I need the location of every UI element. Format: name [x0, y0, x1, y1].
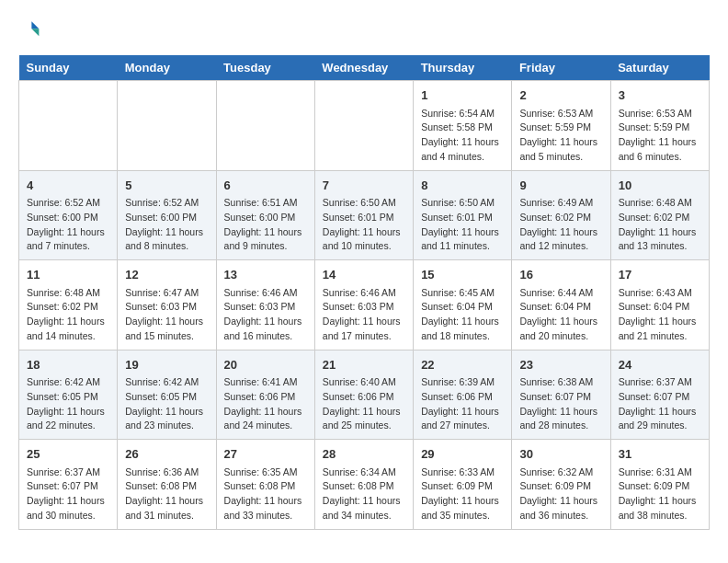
calendar-cell: 22Sunrise: 6:39 AM Sunset: 6:06 PM Dayli… — [414, 350, 512, 440]
day-info: Sunrise: 6:53 AM Sunset: 5:59 PM Dayligh… — [519, 107, 602, 165]
day-info: Sunrise: 6:51 AM Sunset: 6:00 PM Dayligh… — [224, 196, 307, 254]
day-info: Sunrise: 6:41 AM Sunset: 6:06 PM Dayligh… — [224, 375, 307, 433]
day-number: 28 — [323, 445, 405, 464]
calendar-cell: 17Sunrise: 6:43 AM Sunset: 6:04 PM Dayli… — [610, 260, 709, 350]
day-number: 1 — [421, 86, 504, 105]
calendar-cell: 6Sunrise: 6:51 AM Sunset: 6:00 PM Daylig… — [216, 170, 314, 260]
day-info: Sunrise: 6:53 AM Sunset: 5:59 PM Dayligh… — [619, 107, 701, 165]
calendar-week-row: 1Sunrise: 6:54 AM Sunset: 5:58 PM Daylig… — [19, 81, 710, 171]
day-info: Sunrise: 6:37 AM Sunset: 6:07 PM Dayligh… — [27, 465, 109, 523]
weekday-header: Saturday — [610, 55, 709, 81]
logo-icon — [18, 18, 40, 40]
day-number: 25 — [27, 445, 109, 464]
day-number: 11 — [27, 266, 109, 284]
calendar-cell: 5Sunrise: 6:52 AM Sunset: 6:00 PM Daylig… — [118, 170, 216, 260]
weekday-header: Thursday — [414, 55, 512, 81]
calendar-cell: 24Sunrise: 6:37 AM Sunset: 6:07 PM Dayli… — [610, 350, 709, 440]
day-info: Sunrise: 6:43 AM Sunset: 6:04 PM Dayligh… — [619, 286, 701, 344]
weekday-row: SundayMondayTuesdayWednesdayThursdayFrid… — [19, 55, 710, 81]
day-number: 8 — [421, 177, 504, 195]
day-info: Sunrise: 6:50 AM Sunset: 6:01 PM Dayligh… — [323, 196, 405, 254]
day-number: 18 — [27, 356, 109, 374]
day-info: Sunrise: 6:46 AM Sunset: 6:03 PM Dayligh… — [224, 286, 307, 344]
calendar-cell: 12Sunrise: 6:47 AM Sunset: 6:03 PM Dayli… — [118, 260, 216, 350]
calendar-week-row: 11Sunrise: 6:48 AM Sunset: 6:02 PM Dayli… — [19, 260, 710, 350]
calendar-cell: 1Sunrise: 6:54 AM Sunset: 5:58 PM Daylig… — [414, 81, 512, 171]
weekday-header: Sunday — [19, 55, 118, 81]
day-number: 16 — [519, 266, 602, 284]
day-number: 4 — [27, 177, 109, 195]
calendar-cell — [314, 81, 413, 171]
calendar-week-row: 25Sunrise: 6:37 AM Sunset: 6:07 PM Dayli… — [19, 440, 710, 530]
day-number: 19 — [125, 356, 208, 374]
weekday-header: Monday — [118, 55, 216, 81]
day-number: 23 — [519, 356, 602, 374]
day-info: Sunrise: 6:48 AM Sunset: 6:02 PM Dayligh… — [27, 286, 109, 344]
day-number: 21 — [323, 356, 405, 374]
calendar-cell — [216, 81, 314, 171]
calendar-cell: 2Sunrise: 6:53 AM Sunset: 5:59 PM Daylig… — [512, 81, 610, 171]
calendar-cell: 10Sunrise: 6:48 AM Sunset: 6:02 PM Dayli… — [610, 170, 709, 260]
calendar-cell: 31Sunrise: 6:31 AM Sunset: 6:09 PM Dayli… — [610, 440, 709, 530]
svg-marker-1 — [31, 29, 39, 36]
calendar-cell: 27Sunrise: 6:35 AM Sunset: 6:08 PM Dayli… — [216, 440, 314, 530]
day-info: Sunrise: 6:40 AM Sunset: 6:06 PM Dayligh… — [323, 375, 405, 433]
calendar-cell: 30Sunrise: 6:32 AM Sunset: 6:09 PM Dayli… — [512, 440, 610, 530]
day-number: 15 — [421, 266, 504, 284]
day-number: 10 — [619, 177, 701, 195]
day-number: 26 — [125, 445, 208, 464]
calendar-cell: 3Sunrise: 6:53 AM Sunset: 5:59 PM Daylig… — [610, 81, 709, 171]
calendar-cell: 7Sunrise: 6:50 AM Sunset: 6:01 PM Daylig… — [314, 170, 413, 260]
day-number: 6 — [224, 177, 307, 195]
page-header — [18, 18, 710, 40]
calendar-cell: 11Sunrise: 6:48 AM Sunset: 6:02 PM Dayli… — [19, 260, 118, 350]
day-info: Sunrise: 6:54 AM Sunset: 5:58 PM Dayligh… — [421, 107, 504, 165]
calendar-cell: 21Sunrise: 6:40 AM Sunset: 6:06 PM Dayli… — [314, 350, 413, 440]
calendar-cell: 13Sunrise: 6:46 AM Sunset: 6:03 PM Dayli… — [216, 260, 314, 350]
weekday-header: Wednesday — [314, 55, 413, 81]
calendar-cell: 15Sunrise: 6:45 AM Sunset: 6:04 PM Dayli… — [414, 260, 512, 350]
day-info: Sunrise: 6:45 AM Sunset: 6:04 PM Dayligh… — [421, 286, 504, 344]
day-info: Sunrise: 6:36 AM Sunset: 6:08 PM Dayligh… — [125, 465, 208, 523]
day-number: 9 — [519, 177, 602, 195]
calendar-cell: 29Sunrise: 6:33 AM Sunset: 6:09 PM Dayli… — [414, 440, 512, 530]
day-info: Sunrise: 6:35 AM Sunset: 6:08 PM Dayligh… — [224, 465, 307, 523]
day-info: Sunrise: 6:31 AM Sunset: 6:09 PM Dayligh… — [619, 465, 701, 523]
day-info: Sunrise: 6:46 AM Sunset: 6:03 PM Dayligh… — [323, 286, 405, 344]
day-info: Sunrise: 6:47 AM Sunset: 6:03 PM Dayligh… — [125, 286, 208, 344]
day-number: 13 — [224, 266, 307, 284]
day-info: Sunrise: 6:52 AM Sunset: 6:00 PM Dayligh… — [27, 196, 109, 254]
calendar-cell: 14Sunrise: 6:46 AM Sunset: 6:03 PM Dayli… — [314, 260, 413, 350]
day-info: Sunrise: 6:37 AM Sunset: 6:07 PM Dayligh… — [619, 375, 701, 433]
calendar-cell: 16Sunrise: 6:44 AM Sunset: 6:04 PM Dayli… — [512, 260, 610, 350]
weekday-header: Tuesday — [216, 55, 314, 81]
weekday-header: Friday — [512, 55, 610, 81]
calendar-cell: 26Sunrise: 6:36 AM Sunset: 6:08 PM Dayli… — [118, 440, 216, 530]
calendar-header: SundayMondayTuesdayWednesdayThursdayFrid… — [19, 55, 710, 81]
calendar-cell: 19Sunrise: 6:42 AM Sunset: 6:05 PM Dayli… — [118, 350, 216, 440]
calendar-cell — [118, 81, 216, 171]
day-number: 12 — [125, 266, 208, 284]
day-number: 5 — [125, 177, 208, 195]
day-number: 7 — [323, 177, 405, 195]
calendar-cell — [19, 81, 118, 171]
day-info: Sunrise: 6:38 AM Sunset: 6:07 PM Dayligh… — [519, 375, 602, 433]
day-number: 31 — [619, 445, 701, 464]
day-number: 29 — [421, 445, 504, 464]
calendar-cell: 4Sunrise: 6:52 AM Sunset: 6:00 PM Daylig… — [19, 170, 118, 260]
calendar-cell: 28Sunrise: 6:34 AM Sunset: 6:08 PM Dayli… — [314, 440, 413, 530]
day-number: 30 — [519, 445, 602, 464]
day-info: Sunrise: 6:34 AM Sunset: 6:08 PM Dayligh… — [323, 465, 405, 523]
day-number: 20 — [224, 356, 307, 374]
calendar-cell: 9Sunrise: 6:49 AM Sunset: 6:02 PM Daylig… — [512, 170, 610, 260]
day-number: 14 — [323, 266, 405, 284]
day-info: Sunrise: 6:32 AM Sunset: 6:09 PM Dayligh… — [519, 465, 602, 523]
day-info: Sunrise: 6:49 AM Sunset: 6:02 PM Dayligh… — [519, 196, 602, 254]
day-number: 22 — [421, 356, 504, 374]
calendar-table: SundayMondayTuesdayWednesdayThursdayFrid… — [18, 55, 710, 530]
logo — [18, 18, 44, 40]
day-info: Sunrise: 6:42 AM Sunset: 6:05 PM Dayligh… — [125, 375, 208, 433]
day-info: Sunrise: 6:44 AM Sunset: 6:04 PM Dayligh… — [519, 286, 602, 344]
calendar-cell: 20Sunrise: 6:41 AM Sunset: 6:06 PM Dayli… — [216, 350, 314, 440]
day-info: Sunrise: 6:50 AM Sunset: 6:01 PM Dayligh… — [421, 196, 504, 254]
